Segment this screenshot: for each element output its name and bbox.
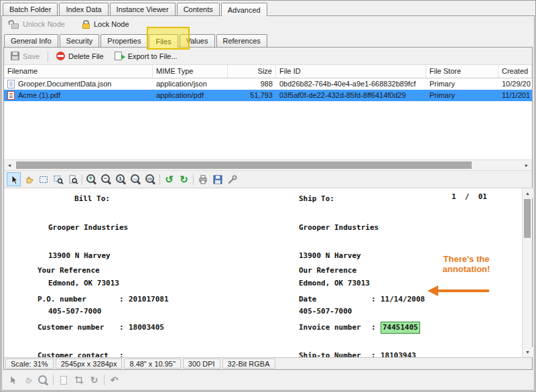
- zoom-region-tool-button[interactable]: [51, 172, 65, 186]
- table-row-selected[interactable]: Acme (1).pdf application/pdf 51,793 03f5…: [4, 90, 532, 101]
- zoom-fit-page-button[interactable]: [143, 172, 157, 186]
- footer-rotate-button[interactable]: [87, 373, 101, 387]
- zoom-in-button[interactable]: [84, 172, 98, 186]
- tab-general-info[interactable]: General Info: [4, 34, 58, 47]
- zoom-fit-width-button[interactable]: [129, 172, 143, 186]
- json-file-icon: [7, 80, 15, 88]
- crop-icon: [74, 375, 84, 385]
- tools-button[interactable]: [225, 172, 239, 186]
- column-header-created[interactable]: Created: [498, 65, 532, 78]
- scroll-down-arrow-icon[interactable]: ▼: [523, 347, 533, 357]
- lock-node-label: Lock Node: [94, 20, 129, 28]
- status-bar: Scale: 31% 2545px x 3284px 8.48" x 10.95…: [4, 357, 532, 369]
- files-tab-page: Save Delete File Export to File... Filen…: [3, 47, 533, 370]
- rotate-cw-button[interactable]: [177, 172, 191, 186]
- column-header-filename[interactable]: Filename: [4, 65, 153, 78]
- hand-icon: [23, 375, 33, 385]
- column-header-mime-type[interactable]: MIME Type: [153, 65, 228, 78]
- tab-security[interactable]: Security: [60, 34, 100, 47]
- our-reference-heading: Our Reference: [299, 266, 356, 275]
- footer-undo-button[interactable]: [107, 373, 121, 387]
- viewer-toolbar: [4, 171, 532, 188]
- cell-filename: Grooper.DocumentData.json: [18, 80, 111, 88]
- delete-icon: [56, 52, 65, 60]
- footer-crop-button[interactable]: [72, 373, 86, 387]
- bill-to-label: Bill To:: [74, 194, 110, 203]
- field-row: Ship-to Number:18103943: [299, 350, 460, 357]
- vertical-scrollbar[interactable]: ▲ ▼: [522, 188, 532, 357]
- pan-tool-button[interactable]: [21, 172, 36, 186]
- pdf-file-icon: [7, 91, 15, 100]
- page-indicator: 1 / 01: [452, 192, 487, 201]
- tab-references[interactable]: References: [216, 34, 267, 47]
- delete-file-label: Delete File: [68, 52, 104, 60]
- ship-to-line: 13900 N Harvey: [299, 251, 379, 261]
- scrollbar-track[interactable]: [15, 160, 521, 170]
- export-to-file-button[interactable]: Export to File...: [111, 50, 182, 62]
- footer-pan-button[interactable]: [21, 373, 35, 387]
- tab-advanced[interactable]: Advanced: [221, 3, 267, 16]
- scrollbar-thumb[interactable]: [16, 161, 472, 169]
- print-button[interactable]: [196, 172, 210, 186]
- field-colon: :: [119, 294, 129, 305]
- cell-mime-type: application/json: [153, 78, 228, 89]
- tab-index-data[interactable]: Index Data: [59, 3, 108, 15]
- region-select-tool-button[interactable]: [36, 172, 50, 186]
- rotate-ccw-button[interactable]: [162, 172, 176, 186]
- unlock-node-button[interactable]: Unlock Node: [7, 19, 69, 30]
- cell-size: 988: [228, 78, 276, 89]
- field-colon: :: [371, 350, 381, 357]
- table-row[interactable]: Grooper.DocumentData.json application/js…: [4, 78, 532, 90]
- horizontal-scrollbar[interactable]: ◄ ►: [4, 160, 532, 171]
- save-image-button[interactable]: [210, 172, 224, 186]
- column-header-file-id[interactable]: File ID: [276, 65, 426, 78]
- zoom-actual-icon: [115, 174, 127, 185]
- scroll-left-arrow-icon[interactable]: ◄: [4, 160, 15, 170]
- save-label: Save: [23, 52, 40, 60]
- select-tool-button[interactable]: [7, 172, 21, 186]
- column-header-file-store[interactable]: File Store: [426, 65, 498, 78]
- scroll-right-arrow-icon[interactable]: ►: [521, 160, 532, 170]
- tab-instance-viewer[interactable]: Instance Viewer: [110, 3, 176, 15]
- save-button[interactable]: Save: [7, 50, 44, 62]
- column-header-size[interactable]: Size: [228, 65, 276, 78]
- undo-icon: [111, 375, 119, 385]
- cell-file-id: 03f5af0f-de22-432d-85fd-8ff6414f0d29: [276, 90, 426, 101]
- field-colon: :: [119, 350, 129, 357]
- footer-zoom-region-button[interactable]: [36, 373, 50, 387]
- export-icon: [115, 52, 122, 60]
- cell-mime-type: application/pdf: [153, 90, 228, 101]
- zoom-fit-width-icon: [130, 174, 141, 185]
- tab-files-label: Files: [155, 38, 171, 46]
- delete-file-button[interactable]: Delete File: [52, 50, 108, 62]
- cell-file-id: 0bd26b82-764b-40e4-a9e1-668832b89fcf: [276, 78, 426, 89]
- zoom-window-tool-button[interactable]: [66, 172, 80, 186]
- scroll-up-arrow-icon[interactable]: ▲: [523, 188, 533, 198]
- tab-contents[interactable]: Contents: [177, 3, 220, 15]
- lock-node-button[interactable]: Lock Node: [78, 19, 133, 30]
- tab-properties[interactable]: Properties: [100, 34, 147, 47]
- region-select-icon: [38, 174, 49, 185]
- footer-page-button[interactable]: [56, 373, 70, 387]
- cursor-icon: [8, 375, 17, 385]
- scrollbar-thumb[interactable]: [524, 199, 531, 238]
- tab-files[interactable]: Files: [149, 34, 178, 48]
- toolbar-separator: [159, 174, 160, 185]
- cell-created: 10/29/20: [498, 78, 532, 89]
- zoom-region-icon: [38, 375, 49, 386]
- zoom-out-button[interactable]: [99, 172, 113, 186]
- tab-batch-folder[interactable]: Batch Folder: [3, 3, 58, 15]
- field-colon: :: [371, 294, 381, 305]
- tab-values[interactable]: Values: [180, 34, 215, 47]
- image-tools-toolbar: [2, 370, 534, 390]
- status-color-format: 32-Bit RGBA: [222, 358, 275, 369]
- toolbar-separator: [104, 375, 105, 385]
- zoom-in-icon: [86, 174, 97, 185]
- your-reference-heading: Your Reference: [38, 266, 100, 275]
- toolbar-separator: [53, 375, 54, 385]
- export-to-file-label: Export to File...: [128, 52, 178, 60]
- annotation-line: annotation!: [443, 264, 490, 274]
- footer-select-button[interactable]: [5, 373, 19, 387]
- document-viewer[interactable]: Bill To: Grooper Industries 13900 N Harv…: [4, 188, 532, 357]
- zoom-actual-button[interactable]: [114, 172, 128, 186]
